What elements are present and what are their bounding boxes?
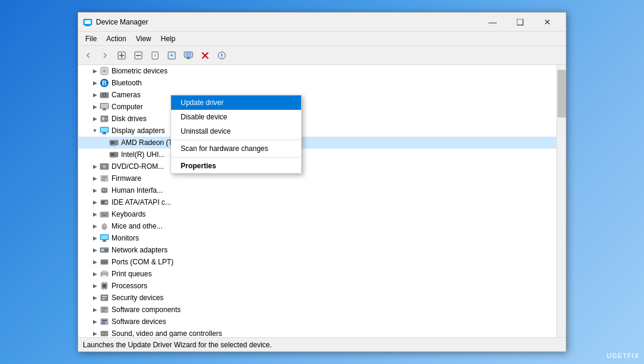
list-item[interactable]: ▶ B Bluetooth <box>78 77 556 89</box>
menu-view[interactable]: View <box>131 33 156 44</box>
expand-icon[interactable]: ▼ <box>90 126 100 135</box>
scrollbar-thumb[interactable] <box>558 70 566 118</box>
expand-icon <box>100 138 109 147</box>
context-menu-uninstall-device[interactable]: Uninstall device <box>171 124 301 138</box>
list-item[interactable]: ▶ Computer <box>78 101 556 113</box>
properties-button[interactable]: i <box>147 48 163 63</box>
menu-file[interactable]: File <box>80 33 101 44</box>
list-item[interactable]: ▶ Keyboards <box>78 208 556 220</box>
title-bar: Device Manager — ❑ ✕ <box>78 13 566 32</box>
list-item[interactable]: ▶ Ports (COM & LPT) <box>78 256 556 268</box>
expand-all-button[interactable] <box>114 48 129 63</box>
ide-icon <box>100 198 109 207</box>
list-item[interactable]: ▶ Human Interfa... <box>78 184 556 196</box>
expand-icon[interactable]: ▶ <box>90 78 100 88</box>
expand-icon[interactable]: ▶ <box>90 114 100 124</box>
scan-button[interactable] <box>214 48 230 63</box>
svg-rect-95 <box>102 308 107 309</box>
list-item[interactable]: ▶ Software devices <box>78 316 556 328</box>
list-item[interactable]: ▼ Display adapters <box>78 125 556 137</box>
window-controls: — ❑ ✕ <box>479 13 561 32</box>
collapse-all-button[interactable] <box>131 48 146 63</box>
expand-icon[interactable]: ▶ <box>90 90 100 100</box>
svg-rect-86 <box>103 284 106 288</box>
uninstall-button[interactable] <box>197 48 213 63</box>
list-item[interactable]: ▶ Mice and othe... <box>78 220 556 232</box>
back-button[interactable] <box>80 48 96 63</box>
monitors-label: Monitors <box>112 234 139 242</box>
list-item[interactable]: ▶ Processors <box>78 280 556 292</box>
expand-icon[interactable]: ▶ <box>90 293 100 303</box>
monitor-icon-button[interactable] <box>181 48 196 63</box>
svg-rect-15 <box>187 57 190 58</box>
svg-rect-31 <box>102 110 107 110</box>
expand-icon[interactable]: ▶ <box>90 257 100 267</box>
list-item[interactable]: ▶ Biometric devices <box>78 65 556 77</box>
watermark: UGETFIX <box>606 352 639 359</box>
sound-icon <box>100 329 109 337</box>
list-item[interactable]: ▶ Firmware <box>78 172 556 184</box>
maximize-button[interactable]: ❑ <box>506 13 534 32</box>
expand-icon[interactable]: ▶ <box>90 245 100 255</box>
context-menu-divider2 <box>171 157 301 158</box>
expand-icon[interactable]: ▶ <box>90 269 100 279</box>
expand-icon[interactable]: ▶ <box>90 329 100 337</box>
list-item[interactable]: Intel(R) UHI... <box>78 149 556 161</box>
svg-rect-60 <box>105 202 107 203</box>
expand-icon[interactable]: ▶ <box>90 186 100 195</box>
list-item[interactable]: ▶ IDE ATA/ATAPI c... <box>78 196 556 208</box>
biometric-icon <box>100 66 109 76</box>
list-item[interactable]: ▶ Security devices <box>78 292 556 304</box>
svg-point-34 <box>105 118 107 120</box>
list-item[interactable]: ▶ Sound, video and game controllers <box>78 328 556 337</box>
svg-point-101 <box>101 332 104 335</box>
firmware-label: Firmware <box>112 174 141 183</box>
device-tree[interactable]: ▶ Biometric devices ▶ B Bluetooth ▶ <box>78 65 556 337</box>
expand-icon[interactable]: ▶ <box>90 198 100 207</box>
list-item[interactable]: ▶ Cameras <box>78 89 556 101</box>
menu-action[interactable]: Action <box>101 33 131 44</box>
svg-rect-68 <box>104 224 105 227</box>
svg-point-102 <box>105 332 107 335</box>
scrollbar[interactable] <box>556 65 566 337</box>
svg-rect-1 <box>85 20 91 24</box>
menu-help[interactable]: Help <box>156 33 181 44</box>
list-item[interactable]: ▶ Print queues <box>78 268 556 280</box>
computer-icon <box>100 102 109 112</box>
dvd-label: DVD/CD-ROM... <box>112 162 164 171</box>
list-item[interactable]: ▶ Disk drives <box>78 113 556 125</box>
svg-rect-57 <box>105 189 106 190</box>
update-driver-button[interactable]: + <box>164 48 179 63</box>
software-devices-label: Software devices <box>112 317 166 326</box>
context-menu-disable-device[interactable]: Disable device <box>171 110 301 124</box>
expand-icon[interactable]: ▶ <box>90 281 100 291</box>
list-item[interactable]: ▶ Software components <box>78 304 556 316</box>
context-menu-properties[interactable]: Properties <box>171 159 301 173</box>
expand-icon[interactable]: ▶ <box>90 162 100 171</box>
expand-icon[interactable]: ▶ <box>90 233 100 243</box>
svg-rect-63 <box>103 213 104 214</box>
list-item[interactable]: ▶ Network adapters <box>78 244 556 256</box>
close-button[interactable]: ✕ <box>534 13 561 32</box>
list-item[interactable]: ▶ DVD/CD-ROM... <box>78 161 556 172</box>
diskdrives-label: Disk drives <box>112 115 147 123</box>
svg-rect-80 <box>104 261 105 263</box>
expand-icon[interactable]: ▶ <box>90 305 100 314</box>
expand-icon[interactable]: ▶ <box>90 102 100 112</box>
svg-rect-73 <box>102 241 107 242</box>
list-item[interactable]: AMD Radeon (TM) RX 640 <box>78 137 556 149</box>
minimize-button[interactable]: — <box>479 13 506 32</box>
svg-rect-52 <box>101 175 108 181</box>
context-menu-divider <box>171 140 301 140</box>
list-item[interactable]: ▶ Monitors <box>78 232 556 244</box>
svg-rect-16 <box>186 58 191 59</box>
context-menu-scan-hardware[interactable]: Scan for hardware changes <box>171 141 301 156</box>
expand-icon[interactable]: ▶ <box>90 221 100 231</box>
print-icon <box>100 269 109 279</box>
expand-icon[interactable]: ▶ <box>90 209 100 219</box>
expand-icon[interactable]: ▶ <box>90 174 100 183</box>
expand-icon[interactable]: ▶ <box>90 317 100 326</box>
forward-button[interactable] <box>97 48 113 63</box>
context-menu-update-driver[interactable]: Update driver <box>171 95 301 110</box>
expand-icon[interactable]: ▶ <box>90 66 100 76</box>
